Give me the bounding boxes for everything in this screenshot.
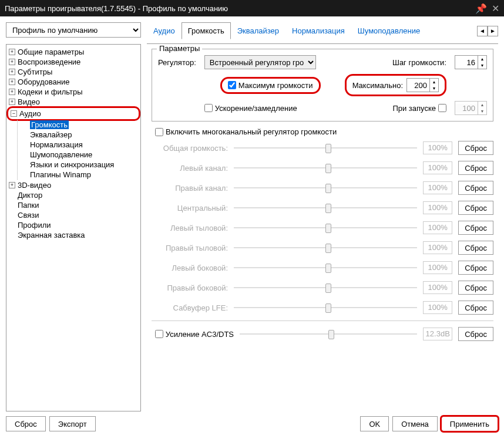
max-input[interactable]: ▲▼ — [406, 78, 439, 92]
tree-hardware[interactable]: +Оборудование — [9, 77, 138, 86]
tree-assoc[interactable]: Связи — [9, 211, 138, 220]
startup-checkbox[interactable]: При запуске — [345, 104, 446, 113]
tree-profiles[interactable]: Профили — [9, 221, 138, 230]
channel-slider-0[interactable] — [234, 142, 417, 154]
tab-audio[interactable]: Аудио — [147, 22, 182, 39]
tree-audio-volume[interactable]: Громкость — [21, 120, 138, 129]
slider-value-2: 100% — [423, 181, 452, 194]
max-label: Максимально: — [352, 81, 403, 90]
slider-label-5: Правый тыловой: — [152, 244, 228, 252]
tab-scroll-right[interactable]: ► — [488, 26, 498, 36]
slider-label-4: Левый тыловой: — [152, 224, 228, 232]
channel-slider-8[interactable] — [234, 302, 417, 313]
slider-label-6: Левый боковой: — [152, 264, 228, 272]
channel-slider-6[interactable] — [234, 262, 417, 274]
channel-slider-2[interactable] — [234, 182, 417, 194]
step-label: Шаг громкости: — [345, 58, 446, 67]
tree-audio-eq[interactable]: Эквалайзер — [21, 130, 138, 139]
slider-reset-3[interactable]: Сброс — [458, 201, 493, 215]
titlebar: Параметры проигрывателя(1.7.5545) - Проф… — [0, 0, 504, 16]
channel-slider-5[interactable] — [234, 242, 417, 254]
slider-reset-6[interactable]: Сброс — [458, 261, 493, 275]
channel-slider-4[interactable] — [234, 222, 417, 234]
settings-tree: +Общие параметры +Воспроизведение +Субти… — [6, 44, 141, 411]
tree-playback[interactable]: +Воспроизведение — [9, 58, 138, 66]
slider-label-1: Левый канал: — [152, 164, 228, 173]
slider-value-5: 100% — [423, 241, 452, 254]
tree-screensaver[interactable]: Экранная заставка — [9, 231, 138, 239]
regulator-select[interactable]: Встроенный регулятор гро — [204, 55, 316, 69]
slider-label-2: Правый канал: — [152, 184, 228, 193]
tree-folders[interactable]: Папки — [9, 201, 138, 210]
slider-value-8: 100% — [423, 301, 452, 314]
cancel-button[interactable]: Отмена — [392, 416, 438, 431]
tree-narrator[interactable]: Диктор — [9, 191, 138, 200]
tree-audio-norm[interactable]: Нормализация — [21, 140, 138, 149]
reset-button[interactable]: Сброс — [6, 416, 46, 431]
slider-label-8: Сабвуфер LFE: — [152, 303, 228, 312]
step-input[interactable]: ▲▼ — [455, 55, 487, 69]
slider-label-3: Центральный: — [152, 204, 228, 212]
apply-button[interactable]: Применить — [441, 416, 498, 431]
tree-subtitles[interactable]: +Субтитры — [9, 68, 138, 76]
startup-input[interactable]: ▲▼ — [455, 101, 487, 115]
slider-value-0: 100% — [423, 141, 452, 154]
slider-value-6: 100% — [423, 261, 452, 274]
slider-value-1: 100% — [423, 161, 452, 174]
ac3-checkbox[interactable]: Усиление AC3/DTS — [152, 330, 234, 339]
window-title: Параметры проигрывателя(1.7.5545) - Проф… — [5, 4, 475, 13]
multichannel-checkbox[interactable]: Включить многоканальный регулятор громко… — [155, 127, 493, 136]
regulator-label: Регулятор: — [158, 58, 196, 67]
ac3-reset[interactable]: Сброс — [458, 327, 493, 341]
slider-value-3: 100% — [423, 201, 452, 214]
slider-reset-4[interactable]: Сброс — [458, 221, 493, 235]
max-volume-checkbox[interactable]: Максимум громкости — [228, 81, 313, 90]
tree-3d[interactable]: +3D-видео — [9, 181, 138, 190]
tree-audio-noise[interactable]: Шумоподавление — [21, 150, 138, 159]
slider-reset-5[interactable]: Сброс — [458, 241, 493, 255]
slider-reset-0[interactable]: Сброс — [458, 141, 493, 155]
ac3-value: 12.3dB — [423, 328, 452, 340]
slider-value-7: 100% — [423, 281, 452, 294]
channel-slider-1[interactable] — [234, 162, 417, 174]
profile-selector[interactable]: Профиль по умолчанию — [6, 22, 141, 38]
accel-checkbox[interactable]: Ускорение/замедление — [204, 104, 337, 113]
slider-label-0: Общая громкость: — [152, 144, 228, 153]
channel-slider-7[interactable] — [234, 282, 417, 293]
tree-audio[interactable]: −Аудио — [6, 106, 140, 121]
tab-scroll-left[interactable]: ◄ — [477, 26, 488, 36]
tab-noise[interactable]: Шумоподавление — [351, 22, 426, 39]
channel-slider-3[interactable] — [234, 202, 417, 214]
tree-general[interactable]: +Общие параметры — [9, 48, 138, 56]
pin-icon[interactable]: 📌 — [475, 3, 487, 14]
tab-bar: Аудио Громкость Эквалайзер Нормализация … — [147, 22, 498, 39]
tree-video[interactable]: +Видео — [9, 97, 138, 106]
slider-reset-8[interactable]: Сброс — [458, 301, 493, 315]
slider-value-4: 100% — [423, 221, 452, 234]
close-icon[interactable]: ✕ — [492, 3, 499, 14]
tab-normalization[interactable]: Нормализация — [285, 22, 351, 39]
params-title: Параметры — [157, 44, 202, 53]
tree-audio-winamp[interactable]: Плагины Winamp — [21, 170, 138, 179]
export-button[interactable]: Экспорт — [49, 416, 96, 431]
slider-label-7: Правый боковой: — [152, 284, 228, 292]
ac3-slider[interactable] — [240, 328, 417, 340]
slider-reset-2[interactable]: Сброс — [458, 181, 493, 195]
settings-content: Параметры Регулятор: Встроенный регулято… — [147, 43, 498, 411]
ok-button[interactable]: OK — [360, 416, 389, 431]
tree-audio-lang[interactable]: Языки и синхронизация — [21, 160, 138, 169]
slider-reset-7[interactable]: Сброс — [458, 281, 493, 295]
tab-equalizer[interactable]: Эквалайзер — [231, 22, 285, 39]
slider-reset-1[interactable]: Сброс — [458, 161, 493, 175]
tab-volume[interactable]: Громкость — [182, 22, 231, 39]
tree-codecs[interactable]: +Кодеки и фильтры — [9, 87, 138, 96]
